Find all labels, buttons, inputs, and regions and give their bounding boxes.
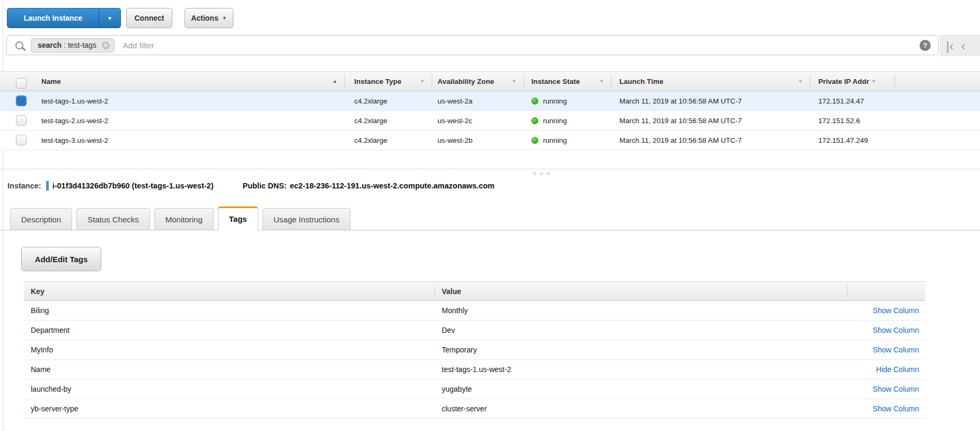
toggle-column-link[interactable]: Show Column	[873, 306, 919, 315]
select-all-checkbox[interactable]	[16, 78, 27, 89]
availability-zone: us-west-2b	[432, 131, 524, 150]
launch-instance-button[interactable]: Launch Instance	[7, 8, 99, 28]
column-header-instance-state[interactable]: Instance State ▼	[524, 72, 611, 91]
column-label: Instance State	[531, 77, 580, 85]
toggle-column-link[interactable]: Show Column	[873, 326, 919, 334]
state-label: running	[543, 117, 567, 125]
column-header-spacer	[895, 72, 980, 91]
tag-row: Name test-tags-1.us-west-2 Hide Column	[24, 360, 925, 380]
tag-value: Temporary	[435, 340, 847, 359]
launch-time: March 11, 2019 at 10:56:58 AM UTC-7	[611, 131, 810, 150]
pane-resize-handle[interactable]	[533, 172, 550, 175]
instance-type: c4.2xlarge	[345, 91, 432, 110]
search-filter-chip[interactable]: search : test-tags ✕	[31, 38, 115, 53]
filter-icon[interactable]: ▼	[512, 79, 517, 84]
sort-ascending-icon[interactable]: ▲	[332, 79, 337, 84]
first-page-icon[interactable]: |‹	[946, 40, 953, 53]
column-label: Availability Zone	[438, 77, 494, 85]
filter-icon[interactable]: ▼	[798, 79, 803, 84]
filter-icon[interactable]: ▼	[599, 79, 604, 84]
add-edit-tags-button[interactable]: Add/Edit Tags	[21, 247, 101, 271]
launch-time: March 11, 2019 at 10:56:58 AM UTC-7	[611, 111, 810, 130]
search-filter-bar[interactable]: search : test-tags ✕ Add filter ?	[6, 35, 939, 55]
private-ip: 172.151.24.47	[810, 91, 895, 110]
toggle-column-link[interactable]: Show Column	[873, 404, 919, 413]
tab-monitoring[interactable]: Monitoring	[154, 208, 214, 230]
tab-tags[interactable]: Tags	[218, 206, 258, 230]
column-header-value: Value	[435, 282, 847, 301]
instance-table-header: Name ▲ Instance Type ▼ Availability Zone…	[0, 71, 980, 91]
tab-status-checks[interactable]: Status Checks	[76, 208, 150, 230]
column-header-launch-time[interactable]: Launch Time ▼	[611, 72, 810, 91]
add-filter-placeholder[interactable]: Add filter	[123, 41, 920, 50]
toggle-column-link[interactable]: Show Column	[873, 346, 919, 354]
tag-row: Biling Monthly Show Column	[24, 301, 925, 321]
toggle-column-link[interactable]: Hide Column	[876, 365, 919, 374]
column-label: Key	[31, 287, 45, 296]
instance-summary: Instance: i-01f3d41326db7b960 (test-tags…	[7, 181, 495, 191]
column-label: Value	[442, 287, 461, 296]
column-header-key: Key	[24, 282, 435, 301]
filter-chip-key: search	[38, 41, 62, 49]
column-header-availability-zone[interactable]: Availability Zone ▼	[432, 72, 524, 91]
tag-row: yb-server-type cluster-server Show Colum…	[24, 399, 925, 419]
instance-name: test-tags-2.us-west-2	[37, 111, 345, 130]
remove-filter-icon[interactable]: ✕	[102, 41, 110, 49]
column-label: Private IP Addr	[818, 77, 869, 85]
instance-state: running	[524, 91, 611, 110]
tab-usage-instructions[interactable]: Usage Instructions	[262, 208, 351, 230]
tag-value: test-tags-1.us-west-2	[435, 360, 847, 379]
actions-button[interactable]: Actions ▼	[185, 8, 233, 28]
instance-state: running	[524, 111, 611, 130]
tab-description[interactable]: Description	[10, 208, 72, 230]
instance-name: test-tags-3.us-west-2	[37, 131, 345, 150]
availability-zone: us-west-2c	[432, 111, 524, 130]
row-checkbox[interactable]	[16, 96, 27, 106]
tags-table: Key Value Biling Monthly Show Column Dep…	[24, 281, 925, 419]
instance-row[interactable]: test-tags-1.us-west-2 c4.2xlarge us-west…	[0, 91, 980, 111]
tag-value: cluster-server	[435, 399, 847, 418]
instance-row[interactable]: test-tags-2.us-west-2 c4.2xlarge us-west…	[0, 111, 980, 131]
launch-instance-dropdown-button[interactable]: ▼	[99, 8, 121, 28]
row-checkbox[interactable]	[16, 115, 27, 126]
column-label: Instance Type	[354, 77, 401, 85]
tag-row: launched-by yugabyte Show Column	[24, 380, 925, 399]
filter-icon[interactable]: ▼	[420, 79, 425, 84]
public-dns-value: ec2-18-236-112-191.us-west-2.compute.ama…	[290, 182, 494, 190]
state-label: running	[543, 136, 567, 144]
tag-key: MyInfo	[24, 340, 435, 359]
instance-type: c4.2xlarge	[345, 131, 432, 150]
tag-key: yb-server-type	[24, 399, 435, 418]
column-header-private-ip[interactable]: Private IP Addr ▼	[810, 72, 895, 91]
tag-key: Name	[24, 360, 435, 379]
column-header-instance-type[interactable]: Instance Type ▼	[345, 72, 432, 91]
availability-zone: us-west-2a	[432, 91, 524, 110]
launch-time: March 11, 2019 at 10:56:58 AM UTC-7	[611, 91, 810, 110]
public-dns-label: Public DNS:	[242, 182, 286, 190]
running-status-icon	[531, 98, 538, 105]
tag-key: Biling	[24, 301, 435, 320]
previous-page-icon[interactable]: ‹	[961, 40, 965, 53]
tag-key: launched-by	[24, 380, 435, 399]
instance-state: running	[524, 131, 611, 150]
help-icon[interactable]: ?	[920, 40, 931, 51]
state-label: running	[543, 97, 567, 105]
chevron-down-icon: ▼	[222, 15, 227, 21]
toggle-column-link[interactable]: Show Column	[873, 385, 919, 393]
instance-id: i-01f3d41326db7b960 (test-tags-1.us-west…	[52, 182, 214, 190]
column-label: Name	[41, 77, 61, 85]
ec2-console: Launch Instance ▼ Connect Actions ▼ |‹ ‹…	[0, 0, 980, 431]
running-status-icon	[531, 117, 538, 124]
running-status-icon	[531, 137, 538, 144]
instance-color-bar	[46, 181, 49, 191]
pane-divider	[0, 169, 980, 169]
column-header-actions	[847, 282, 925, 301]
column-header-name[interactable]: Name ▲	[37, 72, 345, 91]
instance-row[interactable]: test-tags-3.us-west-2 c4.2xlarge us-west…	[0, 131, 980, 150]
filter-icon[interactable]: ▼	[871, 79, 876, 84]
detail-tabbar: Description Status Checks Monitoring Tag…	[0, 206, 980, 230]
connect-button[interactable]: Connect	[126, 8, 172, 28]
instance-label: Instance:	[7, 182, 41, 190]
instance-type: c4.2xlarge	[345, 111, 432, 130]
row-checkbox[interactable]	[16, 135, 27, 145]
